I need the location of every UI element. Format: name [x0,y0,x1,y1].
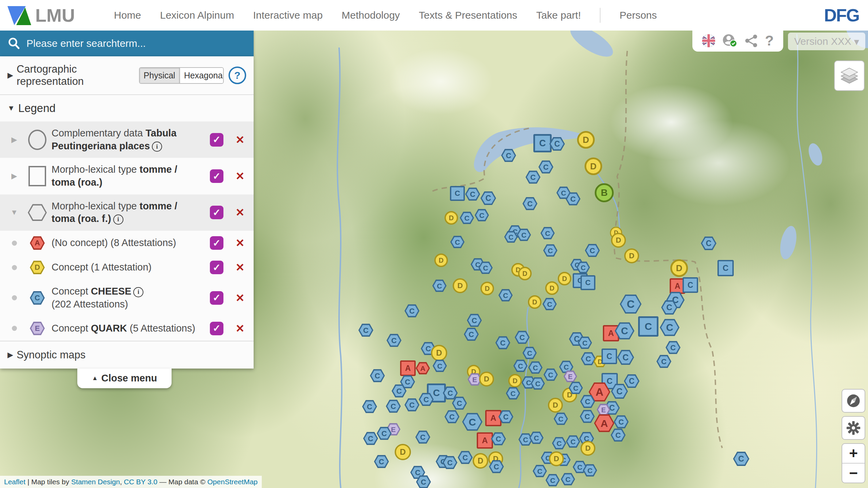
nav-item-lexicon-alpinum[interactable]: Lexicon Alpinum [160,10,234,21]
visibility-checkbox[interactable]: ✓ [210,169,223,183]
legend-row-tabula[interactable]: ▶ Complementary data Tabula Peutingerian… [0,121,254,158]
map-marker[interactable]: D [549,451,564,466]
nav-item-methodology[interactable]: Methodology [342,10,400,21]
toggle-physical[interactable]: Physical [140,68,180,83]
map-marker[interactable]: D [611,233,626,248]
collapsed-arrow-icon[interactable]: ▶ [5,172,23,181]
nav-item-home[interactable]: Home [114,10,141,21]
collapsed-arrow-icon[interactable]: ▶ [5,135,23,144]
visibility-checkbox[interactable]: ✓ [210,322,223,335]
visibility-checkbox[interactable]: ✓ [210,206,223,219]
visibility-checkbox[interactable]: ✓ [210,291,223,305]
zoom-in-button[interactable]: + [842,444,865,463]
help-circle-icon[interactable]: ? [229,67,246,84]
visibility-checkbox[interactable]: ✓ [210,261,223,274]
map-marker[interactable]: D [473,453,488,469]
help-icon[interactable]: ? [765,33,774,49]
compass-icon [846,393,861,409]
search-input[interactable]: Please enter searchterm... [26,38,146,49]
stamen-link[interactable]: Stamen Design [71,478,120,486]
visibility-checkbox[interactable]: ✓ [210,236,223,250]
nav-item-interactive-map[interactable]: Interactive map [253,10,322,21]
remove-icon[interactable]: ✕ [230,237,250,249]
map-marker[interactable]: A [477,432,493,449]
section-legend[interactable]: ▼ Legend [0,95,254,121]
expanded-arrow-icon[interactable]: ▼ [7,104,15,113]
map-marker[interactable]: D [479,372,494,387]
map-marker[interactable]: D [508,374,522,388]
map-marker[interactable]: D [585,157,602,175]
language-flag-icon[interactable] [702,34,715,48]
lmu-logo[interactable]: LMU [6,3,75,27]
map-marker[interactable]: C [450,186,465,201]
dfg-logo[interactable]: DFG [824,5,859,25]
map-marker[interactable]: D [434,254,448,267]
map-marker[interactable]: C [638,316,658,337]
search-bar[interactable]: Please enter searchterm... [0,31,254,56]
nav-item-take-part[interactable]: Take part! [536,10,581,21]
map-marker[interactable]: C [601,349,617,364]
remove-icon[interactable]: ✕ [230,322,250,335]
collapsed-arrow-icon[interactable]: ▶ [7,351,13,359]
section-synoptic-maps[interactable]: ▶ Synoptic maps [0,341,254,369]
map-marker[interactable]: A [485,410,501,426]
map-marker[interactable]: D [577,131,595,149]
legend-subrow-quark[interactable]: E Concept QUARK (5 Attestations) ✓ ✕ [0,316,254,341]
map-marker[interactable]: C [580,275,595,290]
map-marker[interactable]: D [395,444,411,460]
map-marker[interactable]: D [431,345,447,361]
map-marker[interactable]: D [453,278,468,293]
legend-row-tomme-roa-f[interactable]: ▼ Morpho-lexical type tomme / toma (roa.… [0,194,254,231]
info-icon[interactable]: i [133,287,143,297]
synoptic-title: Synoptic maps [17,349,85,361]
map-marker[interactable]: D [445,211,458,225]
legend-row-tomme-roa[interactable]: ▶ Morpho-lexical type tomme / toma (roa.… [0,158,254,194]
close-menu-button[interactable]: ▲ Close menu [77,369,172,388]
remove-icon[interactable]: ✕ [230,206,250,219]
info-icon[interactable]: i [113,214,123,225]
map-marker[interactable]: D [545,281,559,295]
river-east [797,34,817,488]
remove-icon[interactable]: ✕ [230,292,250,304]
layers-button[interactable] [834,60,865,91]
compass-button[interactable] [842,389,865,413]
section-cartographic-representation[interactable]: ▶ Cartographic representation Physical H… [0,56,254,94]
map-marker[interactable]: D [624,248,639,263]
nav-item-persons[interactable]: Persons [619,10,657,21]
remove-icon[interactable]: ✕ [230,261,250,274]
sidebar: Please enter searchterm... ▶ Cartographi… [0,31,254,369]
remove-icon[interactable]: ✕ [230,133,250,146]
share-icon[interactable] [745,34,758,48]
map-marker[interactable]: D [558,272,571,285]
map-marker[interactable]: C [717,260,734,276]
legend-subrow-no-concept[interactable]: A (No concept) (8 Attestations) ✓ ✕ [0,231,254,255]
info-icon[interactable]: i [152,142,162,152]
zoom-out-button[interactable]: − [842,464,865,483]
circle-symbol-icon [28,130,46,150]
toggle-hexagonal[interactable]: Hexagonal [180,68,224,83]
bullet-icon [12,241,17,246]
legend-subrow-concept-d[interactable]: D Concept (1 Attestation) ✓ ✕ [0,255,254,280]
map-marker[interactable]: D [580,441,595,456]
legend-subrow-cheese[interactable]: C Concept CHEESEi(202 Attestations) ✓ ✕ [0,280,254,316]
expanded-arrow-icon[interactable]: ▼ [5,208,23,217]
version-selector[interactable]: Version XXX ▾ [788,33,865,50]
user-account-icon[interactable] [722,34,738,48]
map-marker[interactable]: C [533,134,552,152]
map-marker[interactable]: D [670,259,688,277]
map-marker[interactable]: A [400,360,416,376]
osm-link[interactable]: OpenStreetMap [208,478,258,486]
nav-item-texts-presentations[interactable]: Texts & Presentations [419,10,517,21]
visibility-checkbox[interactable]: ✓ [210,133,223,147]
cc-link[interactable]: CC BY 3.0 [124,478,157,486]
map-marker[interactable]: D [518,267,532,280]
map-marker[interactable]: D [548,398,563,413]
map-marker[interactable]: D [480,282,494,295]
map-marker[interactable]: D [528,295,541,309]
leaflet-link[interactable]: Leaflet [4,478,25,486]
settings-button[interactable] [842,416,865,440]
remove-icon[interactable]: ✕ [230,170,250,183]
collapsed-arrow-icon[interactable]: ▶ [7,71,13,80]
map-marker[interactable]: C [683,277,698,293]
map-marker[interactable]: B [595,183,614,202]
